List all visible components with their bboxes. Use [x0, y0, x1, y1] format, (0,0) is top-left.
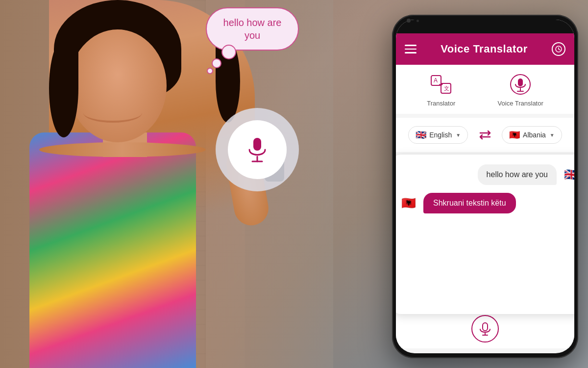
cloud-bump-1 — [221, 45, 236, 59]
source-message-bubble: hello how are you — [478, 164, 557, 185]
notch — [468, 23, 502, 30]
app-navigation: A 文 Translator — [396, 65, 574, 114]
svg-text:A: A — [434, 77, 438, 84]
speech-bubble: hello how are you — [206, 7, 299, 51]
app-title: Voice Translator — [441, 43, 528, 55]
microphone-icon — [243, 135, 272, 164]
language-selector-bar: 🇬🇧 English ▼ 🇦🇱 Albania ▼ — [396, 118, 574, 152]
voice-translator-nav-icon — [508, 72, 533, 97]
translator-label: Translator — [427, 100, 455, 107]
mic-inner-circle — [228, 120, 287, 179]
translation-chat-panel: hello how are you 🇬🇧 🇦🇱 Shkruani tekstin… — [396, 155, 574, 314]
mic-overlay-circle[interactable] — [216, 108, 299, 191]
cloud-bump-2 — [212, 58, 221, 68]
svg-rect-16 — [483, 323, 488, 331]
swap-languages-button[interactable] — [477, 127, 493, 143]
svg-text:文: 文 — [444, 85, 449, 91]
translator-icon: A 文 — [429, 72, 453, 97]
hamburger-line-1 — [405, 45, 416, 46]
hamburger-line-3 — [405, 52, 416, 53]
target-message-bubble: Shkruani tekstin këtu — [423, 193, 516, 213]
app-header: Voice Translator — [396, 33, 574, 65]
phone-frame: Voice Translator A 文 — [392, 15, 578, 358]
source-message-text: hello how are you — [487, 170, 548, 179]
translate-svg-icon: A 文 — [430, 74, 452, 95]
history-button[interactable] — [552, 42, 565, 56]
bottom-mic-icon — [478, 321, 492, 336]
bottom-microphone-button[interactable] — [471, 315, 499, 342]
phone-screen: Voice Translator A 文 — [396, 20, 574, 353]
target-flag: 🇦🇱 — [509, 130, 520, 140]
source-message-flag: 🇬🇧 — [562, 165, 574, 184]
nav-item-translator[interactable]: A 文 Translator — [427, 72, 455, 107]
speech-text: hello how are you — [223, 17, 282, 41]
target-message-text: Shkruani tekstin këtu — [433, 199, 506, 207]
swap-icon-svg — [478, 128, 492, 142]
svg-rect-0 — [253, 138, 261, 151]
svg-rect-13 — [518, 79, 523, 86]
bottom-mic-area — [396, 309, 574, 348]
target-message-flag: 🇦🇱 — [399, 193, 418, 213]
source-message-row: hello how are you 🇬🇧 — [399, 164, 574, 185]
voice-translate-svg — [510, 74, 531, 95]
sensor-dot — [416, 20, 419, 22]
speech-bubble-cloud: hello how are you — [206, 7, 299, 51]
svg-line-5 — [559, 49, 560, 50]
target-dropdown-arrow: ▼ — [550, 132, 555, 138]
menu-button[interactable] — [405, 45, 416, 53]
target-language-name: Albania — [523, 131, 546, 139]
voice-translator-label: Voice Translator — [498, 100, 543, 107]
front-camera — [407, 19, 411, 23]
target-language-dropdown[interactable]: 🇦🇱 Albania ▼ — [502, 126, 562, 144]
source-language-dropdown[interactable]: 🇬🇧 English ▼ — [408, 126, 468, 144]
status-bar — [396, 20, 574, 33]
nav-item-voice-translator[interactable]: Voice Translator — [498, 72, 543, 107]
source-language-name: English — [429, 131, 452, 139]
cloud-bump-3 — [207, 68, 213, 74]
hamburger-line-2 — [405, 49, 416, 50]
mic-outer-ring — [216, 108, 299, 191]
clock-icon — [555, 45, 563, 53]
source-flag: 🇬🇧 — [416, 130, 426, 140]
source-dropdown-arrow: ▼ — [456, 132, 461, 138]
target-message-row: 🇦🇱 Shkruani tekstin këtu — [399, 193, 574, 213]
